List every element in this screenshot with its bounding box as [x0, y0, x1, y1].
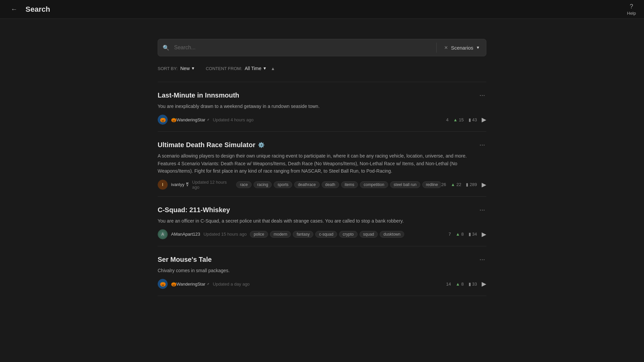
result-title[interactable]: Ser Mouse's Tale [158, 256, 212, 263]
upvote-stat: ▲ 22 [451, 182, 461, 187]
result-header: C-Squad: 211-Whiskey··· [158, 206, 486, 214]
author-name[interactable]: ivanlyy⚧ [171, 182, 189, 187]
content-from-value: All Time [245, 66, 262, 71]
result-description: A scenario allowing players to design th… [158, 152, 486, 175]
stats-row: 14▲ 8▮ 33▶ [446, 280, 486, 288]
result-description: You are an officer in C-Squad, a secret … [158, 217, 486, 225]
tag[interactable]: dusktown [380, 231, 404, 238]
bookmark-stat: ▮ 43 [469, 117, 477, 122]
help-label: Help [627, 11, 636, 16]
sort-value: New [180, 66, 190, 71]
tag[interactable]: c-squad [315, 231, 337, 238]
tag[interactable]: race [236, 181, 251, 188]
stats-row: 7▲ 8▮ 34▶ [448, 231, 486, 238]
content-chevron-icon: ▼ [263, 66, 267, 71]
more-options-button[interactable]: ··· [478, 256, 486, 262]
result-title[interactable]: Ultimate Death Race Simulator⚙️ [158, 141, 265, 149]
tag[interactable]: racing [254, 181, 272, 188]
bookmark-stat: ▮ 289 [466, 182, 477, 187]
result-header: Ser Mouse's Tale··· [158, 256, 486, 263]
tag[interactable]: sports [274, 181, 292, 188]
tag[interactable]: steel ball run [390, 181, 420, 188]
author-name[interactable]: AManApart123 [171, 232, 200, 237]
result-footer: 🎃🎃WanderingStar♂Updated 4 hours ago4▲ 15… [158, 115, 486, 125]
tag[interactable]: items [341, 181, 358, 188]
update-time: Updated 4 hours ago [213, 117, 253, 122]
sort-filter-row: SORT BY: New ▼ CONTENT FROM: All Time ▼ … [158, 66, 486, 75]
author-info: Iivanlyy⚧Updated 12 hours agoraceracings… [158, 180, 441, 190]
tag[interactable]: police [250, 231, 268, 238]
more-options-button[interactable]: ··· [478, 141, 486, 148]
bookmark-icon: ▮ [466, 182, 468, 187]
sort-label: SORT BY: [158, 66, 178, 71]
stats-row: 26▲ 22▮ 289▶ [441, 181, 486, 188]
more-options-button[interactable]: ··· [478, 206, 486, 213]
result-item: Ultimate Death Race Simulator⚙️···A scen… [158, 132, 486, 196]
play-button[interactable]: ▶ [482, 280, 486, 288]
category-selector[interactable]: ✕ Scenarios ▼ [438, 45, 486, 51]
avatar: A [158, 229, 168, 239]
bookmark-icon: ▮ [469, 282, 471, 287]
play-button[interactable]: ▶ [482, 116, 486, 123]
avatar: 🎃 [158, 279, 168, 289]
avatar: 🎃 [158, 115, 168, 125]
result-title[interactable]: C-Squad: 211-Whiskey [158, 206, 230, 214]
play-button[interactable]: ▶ [482, 181, 486, 188]
more-options-button[interactable]: ··· [478, 92, 486, 98]
bookmark-icon: ▮ [469, 232, 471, 237]
result-item: C-Squad: 211-Whiskey···You are an office… [158, 197, 486, 246]
view-count: 4 [446, 117, 448, 122]
tag[interactable]: deathrace [294, 181, 319, 188]
author-info: AAManApart123Updated 15 hours agopolicem… [158, 229, 404, 239]
page-title: Search [25, 5, 50, 14]
view-count: 26 [441, 182, 446, 187]
author-info: 🎃🎃WanderingStar♂Updated a day ago [158, 279, 250, 289]
search-icon: 🔍 [158, 45, 174, 51]
play-button[interactable]: ▶ [482, 231, 486, 238]
view-count: 14 [446, 282, 451, 287]
result-footer: AAManApart123Updated 15 hours agopolicem… [158, 229, 486, 239]
author-name[interactable]: 🎃WanderingStar♂ [171, 282, 209, 287]
tag[interactable]: squad [360, 231, 378, 238]
bookmark-stat: ▮ 34 [469, 232, 477, 237]
sort-chevron-icon: ▼ [191, 66, 195, 71]
upvote-stat: ▲ 15 [453, 117, 464, 122]
author-gender-badge: ♂ [207, 282, 209, 286]
update-time: Updated 15 hours ago [204, 232, 247, 237]
result-title[interactable]: Last-Minute in Innsmouth [158, 92, 239, 99]
results-container: Last-Minute in Innsmouth···You are inexp… [158, 82, 486, 296]
content-from-label: CONTENT FROM: [206, 66, 242, 71]
upvote-icon: ▲ [455, 282, 460, 287]
tag[interactable]: competition [360, 181, 388, 188]
result-item: Last-Minute in Innsmouth···You are inexp… [158, 82, 486, 132]
tags-container: policemodernfantasyc-squadcryptosquaddus… [250, 231, 404, 238]
result-footer: Iivanlyy⚧Updated 12 hours agoraceracings… [158, 180, 486, 190]
upvote-stat: ▲ 8 [455, 232, 464, 237]
tag[interactable]: death [322, 181, 339, 188]
tag[interactable]: fantasy [293, 231, 313, 238]
author-gender-badge: ⚧ [186, 182, 189, 187]
update-time: Updated a day ago [213, 282, 250, 287]
result-header: Ultimate Death Race Simulator⚙️··· [158, 141, 486, 149]
search-bar-container: 🔍 ✕ Scenarios ▼ [158, 39, 486, 56]
author-name[interactable]: 🎃WanderingStar♂ [171, 117, 209, 122]
content-from-dropdown[interactable]: All Time ▼ [245, 66, 267, 71]
tag[interactable]: crypto [339, 231, 358, 238]
top-bar: ← Search ? Help [0, 0, 644, 19]
sort-dropdown[interactable]: New ▼ [180, 66, 195, 71]
upvote-icon: ▲ [451, 182, 455, 187]
result-description: You are inexplicably drawn to a weekend … [158, 103, 486, 110]
search-input[interactable] [174, 39, 435, 56]
result-header: Last-Minute in Innsmouth··· [158, 92, 486, 99]
back-button[interactable]: ← [8, 4, 20, 14]
avatar: I [158, 180, 168, 190]
tags-container: raceracingsportsdeathracedeathitemscompe… [236, 181, 441, 188]
result-description: Chivalry comes in small packages. [158, 267, 486, 274]
upvote-stat: ▲ 8 [455, 282, 464, 287]
tag[interactable]: modern [270, 231, 291, 238]
tag[interactable]: redline [422, 181, 441, 188]
title-icon-badge: ⚙️ [258, 142, 265, 148]
help-button[interactable]: ? Help [627, 3, 636, 16]
upvote-icon: ▲ [455, 232, 460, 237]
category-clear-icon: ✕ [444, 45, 448, 50]
